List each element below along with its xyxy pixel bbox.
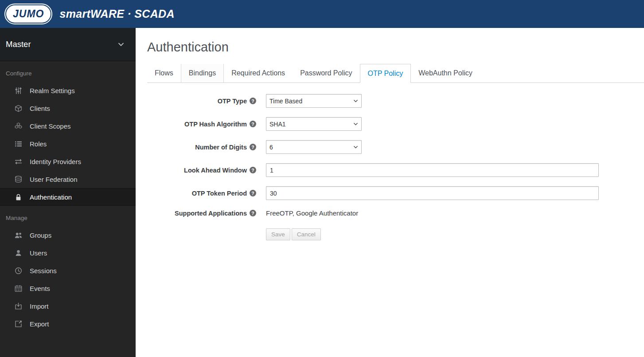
help-icon[interactable]: ? bbox=[250, 167, 256, 173]
supported-applications-value: FreeOTP, Google Authenticator bbox=[266, 209, 358, 217]
help-icon[interactable]: ? bbox=[250, 121, 256, 127]
exchange-arrows-icon bbox=[15, 158, 22, 165]
form-row-otp-type: OTP Type ? Time Based bbox=[147, 94, 644, 108]
tab-bar: Flows Bindings Required Actions Password… bbox=[147, 64, 644, 83]
help-icon[interactable]: ? bbox=[250, 210, 256, 216]
group-icon bbox=[15, 231, 22, 239]
look-ahead-window-label: Look Ahead Window bbox=[184, 167, 247, 174]
import-icon bbox=[15, 302, 22, 310]
sidebar-item-label: Clients bbox=[30, 105, 50, 112]
section-title-manage: Manage bbox=[0, 206, 136, 226]
sliders-icon bbox=[15, 87, 22, 94]
main-content: Authentication Flows Bindings Required A… bbox=[136, 28, 644, 357]
sidebar-item-label: Roles bbox=[30, 140, 47, 148]
sidebar-item-label: Export bbox=[30, 320, 49, 328]
sidebar-item-label: Identity Providers bbox=[30, 158, 81, 165]
sidebar-item-groups[interactable]: Groups bbox=[0, 226, 136, 244]
otp-token-period-label: OTP Token Period bbox=[192, 190, 247, 197]
brand-text: smartWARE · SCADA bbox=[59, 8, 174, 20]
cubes-icon bbox=[15, 122, 22, 130]
form-row-otp-token-period: OTP Token Period ? bbox=[147, 186, 644, 200]
tab-flows[interactable]: Flows bbox=[147, 64, 181, 82]
tab-required-actions[interactable]: Required Actions bbox=[224, 64, 293, 82]
look-ahead-window-input[interactable] bbox=[266, 163, 599, 177]
number-of-digits-select[interactable]: 6 bbox=[266, 140, 362, 154]
sidebar-item-roles[interactable]: Roles bbox=[0, 135, 136, 153]
help-icon[interactable]: ? bbox=[250, 190, 256, 196]
supported-applications-label: Supported Applications bbox=[175, 210, 247, 217]
realm-selector[interactable]: Master bbox=[0, 28, 136, 61]
otp-policy-form: OTP Type ? Time Based OTP Hash Algorithm… bbox=[147, 94, 644, 240]
sidebar-item-identity-providers[interactable]: Identity Providers bbox=[0, 153, 136, 170]
list-icon bbox=[15, 140, 22, 148]
sidebar-item-label: Client Scopes bbox=[30, 122, 71, 130]
otp-type-label: OTP Type bbox=[218, 98, 247, 105]
form-row-number-of-digits: Number of Digits ? 6 bbox=[147, 140, 644, 154]
jumo-logo: JUMO bbox=[6, 5, 51, 23]
form-actions: Save Cancel bbox=[147, 228, 644, 240]
tab-password-policy[interactable]: Password Policy bbox=[293, 64, 359, 82]
sidebar-item-label: Events bbox=[30, 285, 50, 292]
sidebar-item-import[interactable]: Import bbox=[0, 297, 136, 315]
otp-hash-algorithm-select[interactable]: SHA1 bbox=[266, 117, 362, 131]
sidebar-item-authentication[interactable]: Authentication bbox=[0, 188, 136, 206]
sidebar-item-events[interactable]: Events bbox=[0, 279, 136, 297]
tab-bindings[interactable]: Bindings bbox=[181, 64, 224, 82]
realm-name: Master bbox=[6, 39, 31, 49]
tab-webauthn-policy[interactable]: WebAuthn Policy bbox=[411, 64, 480, 82]
sidebar-item-clients[interactable]: Clients bbox=[0, 99, 136, 117]
sidebar-item-label: Users bbox=[30, 249, 47, 257]
otp-hash-algorithm-label: OTP Hash Algorithm bbox=[184, 121, 247, 128]
lock-icon bbox=[15, 193, 22, 201]
help-icon[interactable]: ? bbox=[250, 144, 256, 150]
form-row-supported-applications: Supported Applications ? FreeOTP, Google… bbox=[147, 209, 644, 217]
sidebar-item-label: Groups bbox=[30, 231, 51, 239]
form-row-otp-hash-algorithm: OTP Hash Algorithm ? SHA1 bbox=[147, 117, 644, 131]
sidebar-item-user-federation[interactable]: User Federation bbox=[0, 170, 136, 188]
otp-token-period-input[interactable] bbox=[266, 186, 599, 200]
tab-otp-policy[interactable]: OTP Policy bbox=[360, 64, 411, 83]
sidebar-item-label: User Federation bbox=[30, 176, 78, 183]
sidebar-item-sessions[interactable]: Sessions bbox=[0, 262, 136, 279]
cube-icon bbox=[15, 105, 22, 112]
sidebar-item-label: Import bbox=[30, 302, 49, 310]
user-icon bbox=[15, 249, 22, 257]
export-icon bbox=[15, 320, 22, 328]
calendar-icon bbox=[15, 285, 22, 292]
sidebar-item-export[interactable]: Export bbox=[0, 315, 136, 333]
number-of-digits-label: Number of Digits bbox=[195, 144, 247, 151]
page-title: Authentication bbox=[147, 40, 644, 55]
sidebar-item-label: Sessions bbox=[30, 267, 57, 275]
help-icon[interactable]: ? bbox=[250, 98, 256, 104]
sidebar: Master Configure Realm Settings Clients … bbox=[0, 28, 136, 357]
sidebar-item-label: Authentication bbox=[30, 193, 72, 201]
save-button[interactable]: Save bbox=[266, 228, 290, 240]
clock-icon bbox=[15, 267, 22, 275]
sidebar-item-users[interactable]: Users bbox=[0, 244, 136, 262]
cancel-button[interactable]: Cancel bbox=[292, 228, 321, 240]
sidebar-item-realm-settings[interactable]: Realm Settings bbox=[0, 82, 136, 99]
topbar: JUMO smartWARE · SCADA bbox=[0, 0, 644, 28]
database-icon bbox=[15, 176, 22, 183]
otp-type-select[interactable]: Time Based bbox=[266, 94, 362, 108]
sidebar-item-client-scopes[interactable]: Client Scopes bbox=[0, 117, 136, 135]
form-row-look-ahead-window: Look Ahead Window ? bbox=[147, 163, 644, 177]
section-title-configure: Configure bbox=[0, 61, 136, 82]
sidebar-item-label: Realm Settings bbox=[30, 87, 75, 94]
chevron-down-icon bbox=[117, 41, 125, 48]
